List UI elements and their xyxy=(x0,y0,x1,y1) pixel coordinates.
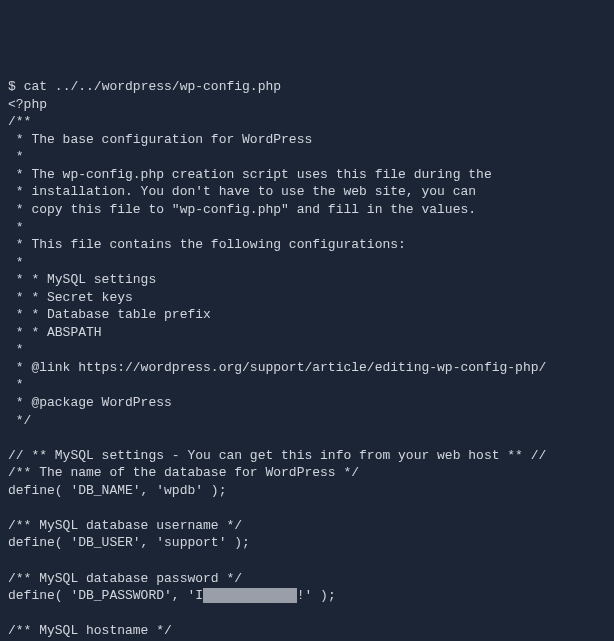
password-suffix: !' ); xyxy=(297,588,336,603)
command-line[interactable]: $ cat ../../wordpress/wp-config.php xyxy=(8,79,281,94)
prompt-symbol: $ xyxy=(8,79,16,94)
file-output: <?php /** * The base configuration for W… xyxy=(8,97,546,586)
command-text: cat ../../wordpress/wp-config.php xyxy=(24,79,281,94)
password-line: define( 'DB_PASSWORD', 'I████████████!' … xyxy=(8,588,336,603)
redacted-password: ████████████ xyxy=(203,588,297,603)
terminal-output: $ cat ../../wordpress/wp-config.php <?ph… xyxy=(8,78,606,641)
password-prefix: define( 'DB_PASSWORD', 'I xyxy=(8,588,203,603)
file-output-after: /** MySQL hostname */ define( 'DB_HOST',… xyxy=(8,623,507,641)
